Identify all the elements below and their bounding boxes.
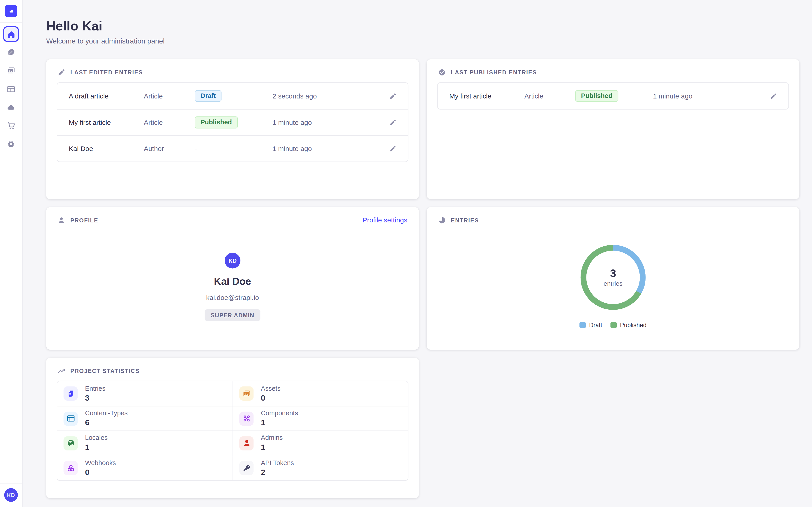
entry-status: Published [575,90,653,102]
stat-value: 0 [85,467,116,477]
dashboard-grid: LAST EDITED ENTRIES A draft article Arti… [46,59,799,498]
pencil-icon [58,69,65,76]
stat-cell-content-types: Content-Types6 [57,406,233,431]
table-row: My first article Article Published 1 min… [438,83,788,109]
stat-cell-locales: Locales1 [57,431,233,455]
entry-type: Article [524,92,575,100]
status-empty: - [195,145,197,153]
home-icon [7,30,15,38]
entries-card-header: ENTRIES [427,207,799,230]
profile-settings-link[interactable]: Profile settings [362,216,407,224]
layout-icon [7,85,15,93]
entries-donut-chart: 3 entries [580,245,646,310]
entry-name: My first article [449,92,524,100]
strapi-logo-mark [7,7,15,15]
stat-cell-api-tokens: API Tokens2 [233,455,408,480]
chart-legend: Draft Published [580,322,647,328]
role-badge: SUPER ADMIN [205,309,260,321]
entry-status: Published [195,116,272,128]
locales-icon [64,436,78,450]
sidebar-item-settings[interactable] [3,136,19,152]
card-title: ENTRIES [451,217,479,223]
webhooks-icon [64,461,78,475]
sidebar-item-marketplace[interactable] [3,118,19,134]
stat-value: 6 [85,417,128,428]
last-published-table: My first article Article Published 1 min… [437,82,789,110]
components-icon [239,411,254,426]
admins-icon [239,436,254,450]
legend-item-draft: Draft [580,322,602,328]
sidebar-item-cloud[interactable] [3,100,19,115]
page-title: Hello Kai [46,18,799,34]
edit-entry-icon[interactable] [390,119,396,126]
entry-name: Kai Doe [69,145,144,153]
profile-body: KD Kai Doe kai.doe@strapi.io SUPER ADMIN [46,230,419,321]
last-published-entries-card: LAST PUBLISHED ENTRIES My first article … [427,59,799,199]
stat-label: Locales [85,435,108,442]
stat-value: 0 [261,393,281,402]
entry-time: 1 minute ago [272,118,365,126]
cloud-icon [7,103,15,112]
edit-entry-icon[interactable] [770,93,777,99]
card-title: PROJECT STATISTICS [70,368,140,374]
sidebar-item-media-library[interactable] [3,63,19,79]
status-badge: Published [575,90,618,102]
legend-swatch-published [611,322,617,328]
stat-value: 1 [261,417,298,428]
assets-icon [239,386,254,401]
edit-entry-icon[interactable] [390,93,396,99]
entry-time: 1 minute ago [272,145,365,153]
entries-icon [64,386,78,401]
profile-name: Kai Doe [214,276,251,287]
donut-total-label: entries [604,280,622,287]
entry-type: Article [144,92,195,100]
stat-label: Components [261,410,298,417]
table-row: A draft article Article Draft 2 seconds … [57,83,408,109]
card-title: PROFILE [70,217,98,223]
entry-time: 2 seconds ago [272,92,365,100]
status-badge: Published [195,116,238,128]
entry-type: Article [144,118,195,126]
legend-label: Published [620,322,647,328]
entry-type: Author [144,145,195,153]
entries-chart-body: 3 entries Draft Published [427,230,799,328]
card-title: LAST PUBLISHED ENTRIES [451,69,537,75]
entry-time: 1 minute ago [653,92,746,100]
sidebar-user-avatar[interactable]: KD [4,488,18,502]
stat-cell-webhooks: Webhooks0 [57,455,233,480]
edit-entry-icon[interactable] [390,145,396,152]
gear-icon [7,140,15,148]
stat-cell-assets: Assets0 [233,381,408,406]
stat-value: 1 [85,442,108,452]
sidebar-item-content-manager[interactable] [3,45,19,60]
cart-icon [7,122,15,130]
stat-cell-components: Components1 [233,406,408,431]
last-edited-entries-card: LAST EDITED ENTRIES A draft article Arti… [46,59,419,199]
sidebar-item-content-type-builder[interactable] [3,81,19,97]
check-circle-icon [438,69,446,76]
user-icon [58,217,65,224]
last-edited-card-header: LAST EDITED ENTRIES [46,59,419,82]
stat-label: Entries [85,385,106,393]
stat-label: Assets [261,385,281,393]
sidebar-divider-top [0,22,22,22]
stat-value: 3 [85,393,106,402]
strapi-logo-icon[interactable] [5,5,17,17]
profile-email: kai.doe@strapi.io [206,294,259,301]
last-published-card-header: LAST PUBLISHED ENTRIES [427,59,799,82]
stat-label: Admins [261,435,283,442]
profile-card: PROFILE Profile settings KD Kai Doe kai.… [46,207,419,350]
main-content: Hello Kai Welcome to your administration… [22,0,812,507]
project-statistics-header: PROJECT STATISTICS [46,357,419,381]
sidebar: KD [0,0,22,507]
entry-name: My first article [69,118,144,126]
project-statistics-card: PROJECT STATISTICS Entries3 Assets0 [46,357,419,498]
card-title: LAST EDITED ENTRIES [70,69,143,75]
stat-label: Webhooks [85,459,116,467]
pie-chart-icon [438,217,446,224]
sidebar-item-home[interactable] [3,26,19,42]
table-row: Kai Doe Author - 1 minute ago [57,135,408,161]
entries-chart-card: ENTRIES 3 entries Draft [427,207,799,350]
stat-value: 1 [261,442,283,452]
feather-icon [7,48,15,57]
